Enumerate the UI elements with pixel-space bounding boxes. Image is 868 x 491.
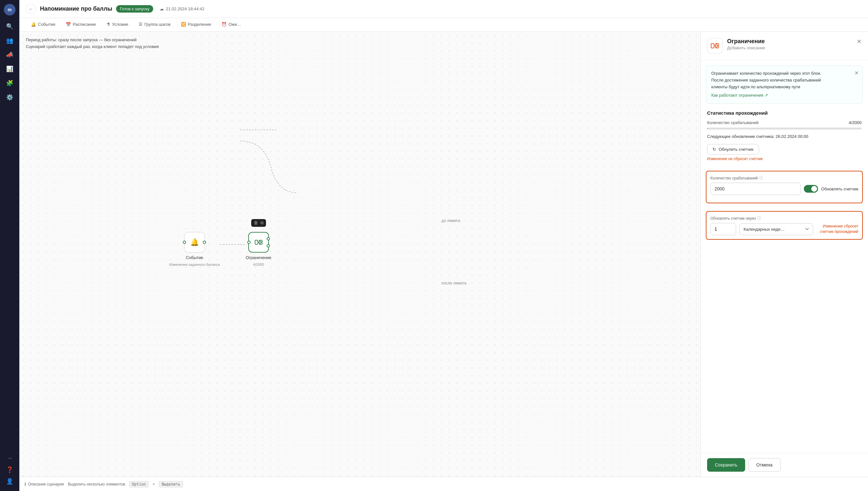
wait-icon: ⏰	[221, 22, 227, 27]
sidebar-icon-help[interactable]: ❓	[4, 464, 16, 475]
spacer	[701, 249, 868, 453]
save-button[interactable]: Сохранить	[707, 458, 745, 472]
node-limit[interactable]: 🗑 ⧉ Ограничение	[246, 232, 271, 266]
stat-value: 4/2000	[849, 120, 862, 125]
scenario-description-label: Описание сценария	[28, 482, 64, 487]
count-field-group: Количество срабатываний ⓘ Обновлять счет…	[710, 175, 858, 195]
info-circle-icon: ℹ	[25, 482, 26, 487]
tab-schedule[interactable]: 📅 Расписание	[61, 18, 101, 31]
reset-counter-button[interactable]: ↻ Обнулить счетчик	[707, 144, 759, 155]
stat-label: Количество срабатываний	[707, 120, 758, 125]
limit-icon	[254, 238, 263, 247]
event-label: Событие	[186, 255, 203, 260]
external-link-icon: ↗	[764, 92, 768, 99]
node-event-box[interactable]: 🔔	[184, 232, 205, 253]
plus-sign: +	[153, 482, 155, 487]
header-date: ☁ 21.02.2024 18:44:42	[160, 6, 204, 11]
calendar-icon: 📅	[66, 22, 71, 27]
sidebar-icon-users[interactable]: 👥	[4, 35, 16, 47]
renewal-row: Календарных неде… Дней Недель Месяцев Из…	[710, 223, 858, 235]
info-link[interactable]: Как работают ограничения ↗	[711, 92, 768, 99]
panel-subtitle: Добавить описание	[727, 46, 765, 50]
main-area: ← Напоминание про баллы Готов к запуску …	[19, 0, 868, 491]
kbd-option[interactable]: Option	[129, 481, 148, 487]
no-reset-warning: Изменение не сбросит счетчик	[707, 156, 862, 161]
progress-bar-fill	[707, 127, 707, 129]
canvas-svg	[19, 32, 700, 477]
select-multiple-label: Выделить несколько элементов	[68, 482, 125, 487]
tab-split[interactable]: 🔀 Разделение	[176, 18, 216, 31]
reset-warning: Изменение сбросит счетчик прохождений	[816, 224, 858, 235]
back-button[interactable]: ←	[26, 4, 36, 14]
node-limit-box[interactable]	[248, 232, 269, 253]
node-actions-toolbar: 🗑 ⧉	[251, 219, 266, 227]
copy-icon[interactable]: ⧉	[261, 220, 264, 226]
kbd-select[interactable]: Выделить	[159, 481, 183, 487]
update-toggle[interactable]	[804, 185, 818, 193]
avatar[interactable]: m	[4, 4, 16, 16]
stats-section-title: Статистика прохождений	[707, 109, 862, 116]
event-icon: 🔔	[190, 238, 199, 247]
sidebar-icon-arrow[interactable]: →	[4, 452, 16, 464]
panel-title-group: Ограничение Добавить описание	[727, 38, 765, 50]
connector-line	[220, 235, 246, 254]
renewal-period-select[interactable]: Календарных неде… Дней Недель Месяцев	[739, 223, 813, 235]
highlight-box-inner: Обновлять счетчик через ⓘ Календарных не…	[706, 211, 863, 240]
page-title: Напоминание про баллы	[40, 5, 112, 12]
refresh-icon: ↻	[712, 147, 716, 152]
progress-bar	[707, 127, 862, 129]
connector-limit-right-bottom	[267, 244, 270, 248]
bottom-bar: ℹ Описание сценария Выделить несколько э…	[19, 477, 868, 491]
tab-condition[interactable]: ⚗ Условие	[101, 18, 134, 31]
tab-event[interactable]: 🔔 Событие	[26, 18, 61, 31]
tab-steps[interactable]: ☰ Группа шагов	[134, 18, 176, 31]
count-toggle-group: Количество срабатываний ⓘ Обновлять счет…	[706, 171, 863, 207]
cancel-button[interactable]: Отмена	[749, 458, 781, 472]
toggle-slider	[804, 185, 818, 193]
count-input[interactable]	[710, 183, 801, 195]
connector-event-right	[203, 241, 206, 244]
count-field-label: Количество срабатываний ⓘ	[710, 175, 858, 181]
help-icon: ⓘ	[759, 175, 763, 181]
info-box: ✕ Ограничивает количество прохождений че…	[706, 65, 863, 104]
toggle-label: Обновлять счетчик	[821, 186, 858, 191]
sidebar-icon-user[interactable]: 👤	[4, 475, 16, 487]
next-update: Следующее обновление счетчика: 26.02.202…	[707, 134, 862, 139]
status-badge: Готов к запуску	[116, 5, 153, 12]
panel-icon	[707, 38, 723, 54]
right-panel: Ограничение Добавить описание ✕ ✕ Ограни…	[700, 32, 868, 477]
sidebar-icon-puzzle[interactable]: 🧩	[4, 77, 16, 89]
path-label-before: до лимита	[441, 219, 460, 223]
panel-header: Ограничение Добавить описание ✕	[701, 32, 868, 60]
header: ← Напоминание про баллы Готов к запуску …	[19, 0, 868, 18]
canvas-info: Период работы: сразу после запуска — без…	[26, 37, 159, 50]
renewal-group: Обновлять счетчик через ⓘ Календарных не…	[706, 211, 863, 243]
bottom-bar-info: ℹ Описание сценария	[25, 482, 64, 487]
renewal-field-label: Обновлять счетчик через ⓘ	[710, 215, 858, 221]
bell-icon: 🔔	[31, 22, 36, 27]
cloud-icon: ☁	[160, 6, 164, 11]
sidebar-icon-settings[interactable]: ⚙️	[4, 91, 16, 103]
svg-rect-1	[255, 240, 258, 244]
connector-event-left	[183, 241, 186, 244]
limit-sublabel: 4/2000	[253, 263, 264, 266]
trash-icon[interactable]: 🗑	[254, 220, 258, 226]
filter-icon: ⚗	[106, 22, 110, 27]
sidebar-icon-search[interactable]: 🔍	[4, 21, 16, 32]
renewal-number-input[interactable]	[710, 223, 736, 235]
close-button[interactable]: ✕	[857, 38, 862, 45]
split-icon: 🔀	[181, 22, 186, 27]
stat-row: Количество срабатываний 4/2000	[707, 120, 862, 125]
input-toggle-row: Обновлять счетчик	[710, 183, 858, 195]
stats-section: Статистика прохождений Количество срабат…	[701, 109, 868, 171]
connector-limit-left	[247, 241, 250, 244]
canvas-area[interactable]: Период работы: сразу после запуска — без…	[19, 32, 700, 477]
svg-rect-4	[711, 44, 714, 48]
tab-wait[interactable]: ⏰ Ожи…	[216, 18, 246, 31]
sidebar: m 🔍 👥 📣 📊 🧩 ⚙️ → ❓ 👤	[0, 0, 19, 491]
node-event[interactable]: 🔔 Событие Изменения заданного баланса	[169, 232, 220, 266]
info-box-close-button[interactable]: ✕	[855, 69, 859, 77]
sidebar-icon-chart[interactable]: 📊	[4, 63, 16, 75]
connector-limit-right-top	[267, 237, 270, 240]
sidebar-icon-megaphone[interactable]: 📣	[4, 49, 16, 61]
